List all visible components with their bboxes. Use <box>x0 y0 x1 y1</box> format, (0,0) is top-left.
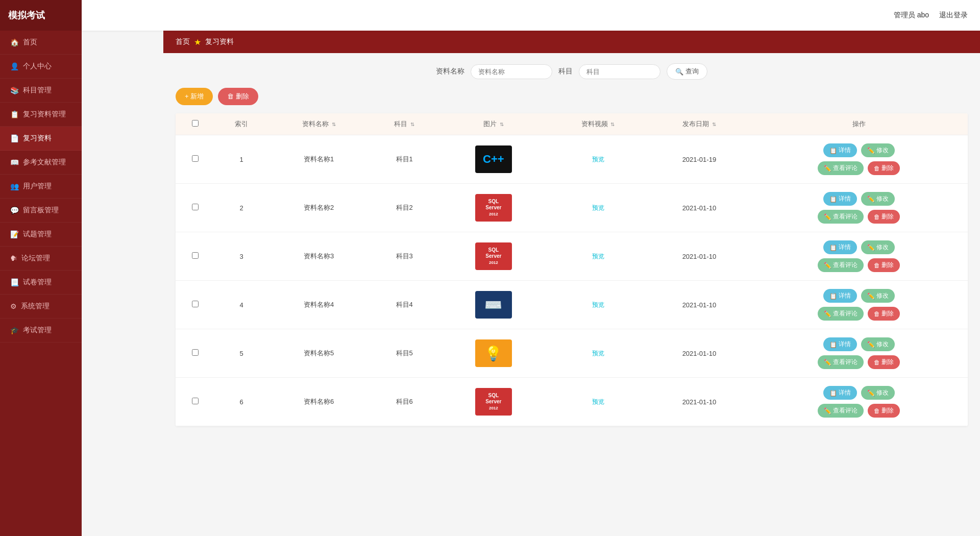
comment-button[interactable]: ✏️ 查看评论 <box>818 404 864 418</box>
sidebar-item-review[interactable]: 📄 复习资料 <box>0 127 82 151</box>
sidebar-item-user[interactable]: 👥 用户管理 <box>0 175 82 199</box>
batch-delete-button[interactable]: 🗑 删除 <box>218 88 258 105</box>
col-subject[interactable]: 科目 ⇅ <box>369 113 439 135</box>
video-preview-button[interactable]: 预览 <box>586 153 610 166</box>
sidebar-item-reference[interactable]: 📖 参考文献管理 <box>0 151 82 175</box>
row-name: 资料名称5 <box>268 329 369 378</box>
row-image: SQLServer2012 <box>439 378 548 426</box>
breadcrumb-home[interactable]: 首页 <box>176 37 190 46</box>
sidebar-item-forum[interactable]: 🗣 论坛管理 <box>0 247 82 271</box>
sidebar-item-label: 留言板管理 <box>23 206 59 215</box>
sidebar-item-system[interactable]: ⚙ 系统管理 <box>0 295 82 319</box>
edit-icon: ✏️ <box>867 147 875 154</box>
row-select-checkbox[interactable] <box>192 349 199 356</box>
select-all-checkbox[interactable] <box>192 120 199 127</box>
edit-button[interactable]: ✏️ 修改 <box>861 240 895 254</box>
sort-subject-icon: ⇅ <box>410 121 414 127</box>
logout-link[interactable]: 退出登录 <box>939 11 968 20</box>
delete-button[interactable]: 🗑 删除 <box>868 307 900 321</box>
detail-button[interactable]: 📋 详情 <box>823 337 857 351</box>
row-checkbox <box>176 281 214 329</box>
edit-icon: ✏️ <box>867 389 875 397</box>
sidebar-item-message[interactable]: 💬 留言板管理 <box>0 199 82 223</box>
sort-name-icon: ⇅ <box>332 121 336 127</box>
edit-button[interactable]: ✏️ 修改 <box>861 337 895 351</box>
row-image: SQLServer2012 <box>439 184 548 232</box>
row-checkbox <box>176 135 214 184</box>
col-image[interactable]: 图片 ⇅ <box>439 113 548 135</box>
table-row: 5 资料名称5 科目5 💡 预览 2021-01-10 📋 详情 <box>176 329 968 378</box>
comment-button[interactable]: ✏️ 查看评论 <box>818 210 864 224</box>
review-mgmt-icon: 📋 <box>10 110 19 118</box>
comment-button[interactable]: ✏️ 查看评论 <box>818 307 864 321</box>
video-preview-button[interactable]: 预览 <box>586 201 610 215</box>
row-select-checkbox[interactable] <box>192 398 199 404</box>
row-select-checkbox[interactable] <box>192 155 199 162</box>
row-checkbox <box>176 232 214 281</box>
row-select-checkbox[interactable] <box>192 301 199 307</box>
sidebar-item-exam-paper[interactable]: 📝 试题管理 <box>0 223 82 247</box>
detail-button[interactable]: 📋 详情 <box>823 240 857 254</box>
search-input-name[interactable] <box>471 64 552 79</box>
sort-image-icon: ⇅ <box>500 121 504 127</box>
sidebar-item-subject[interactable]: 📚 科目管理 <box>0 79 82 103</box>
delete-button[interactable]: 🗑 删除 <box>868 210 900 224</box>
sidebar-item-home[interactable]: 🏠 首页 <box>0 31 82 55</box>
row-index: 6 <box>214 378 268 426</box>
col-name[interactable]: 资料名称 ⇅ <box>268 113 369 135</box>
sidebar-item-exam[interactable]: 📃 试卷管理 <box>0 271 82 295</box>
comment-icon: ✏️ <box>824 407 831 415</box>
delete-button[interactable]: 🗑 删除 <box>868 161 900 175</box>
detail-button[interactable]: 📋 详情 <box>823 192 857 206</box>
col-video[interactable]: 资料视频 ⇅ <box>548 113 648 135</box>
header-right: 管理员 abo 退出登录 <box>894 11 968 20</box>
sidebar-item-profile[interactable]: 👤 个人中心 <box>0 55 82 79</box>
sort-date-icon: ⇅ <box>712 121 716 127</box>
video-preview-button[interactable]: 预览 <box>586 395 610 409</box>
row-index: 2 <box>214 184 268 232</box>
row-select-checkbox[interactable] <box>192 252 199 259</box>
row-subject: 科目6 <box>369 378 439 426</box>
row-select-checkbox[interactable] <box>192 204 199 210</box>
edit-button[interactable]: ✏️ 修改 <box>861 192 895 206</box>
row-name: 资料名称1 <box>268 135 369 184</box>
detail-button[interactable]: 📋 详情 <box>823 289 857 303</box>
row-operations: 📋 详情 ✏️ 修改 ✏️ 查看评论 🗑 删除 <box>750 232 968 281</box>
edit-button[interactable]: ✏️ 修改 <box>861 289 895 303</box>
home-icon: 🏠 <box>10 38 19 46</box>
video-preview-button[interactable]: 预览 <box>586 347 610 360</box>
sidebar-item-label: 考试管理 <box>23 326 52 335</box>
col-date[interactable]: 发布日期 ⇅ <box>648 113 750 135</box>
row-name: 资料名称4 <box>268 281 369 329</box>
table-row: 2 资料名称2 科目2 SQLServer2012 预览 2021-01-10 … <box>176 184 968 232</box>
delete-button[interactable]: 🗑 删除 <box>868 258 900 272</box>
row-name: 资料名称2 <box>268 184 369 232</box>
comment-button[interactable]: ✏️ 查看评论 <box>818 161 864 175</box>
row-date: 2021-01-19 <box>648 135 750 184</box>
edit-button[interactable]: ✏️ 修改 <box>861 386 895 400</box>
sidebar-item-label: 试卷管理 <box>23 278 52 287</box>
video-preview-button[interactable]: 预览 <box>586 250 610 263</box>
search-button[interactable]: 🔍 查询 <box>667 63 707 80</box>
row-checkbox <box>176 378 214 426</box>
row-operations: 📋 详情 ✏️ 修改 ✏️ 查看评论 🗑 删除 <box>750 378 968 426</box>
row-video: 预览 <box>548 184 648 232</box>
delete-icon: 🗑 <box>874 213 880 221</box>
comment-button[interactable]: ✏️ 查看评论 <box>818 355 864 369</box>
user-icon: 👥 <box>10 182 19 190</box>
detail-button[interactable]: 📋 详情 <box>823 386 857 400</box>
comment-button[interactable]: ✏️ 查看评论 <box>818 258 864 272</box>
row-image: 💡 <box>439 329 548 378</box>
comment-icon: ✏️ <box>824 165 831 172</box>
delete-button[interactable]: 🗑 删除 <box>868 355 900 369</box>
add-button[interactable]: + 新增 <box>176 88 213 105</box>
edit-button[interactable]: ✏️ 修改 <box>861 143 895 157</box>
breadcrumb: 首页 ★ 复习资料 <box>163 31 980 53</box>
video-preview-button[interactable]: 预览 <box>586 298 610 312</box>
search-input-subject[interactable] <box>579 64 660 79</box>
detail-button[interactable]: 📋 详情 <box>823 143 857 157</box>
sidebar-item-exam-admin[interactable]: 🎓 考试管理 <box>0 319 82 343</box>
row-name: 资料名称6 <box>268 378 369 426</box>
sidebar-item-review-mgmt[interactable]: 📋 复习资料管理 <box>0 103 82 127</box>
delete-button[interactable]: 🗑 删除 <box>868 404 900 418</box>
